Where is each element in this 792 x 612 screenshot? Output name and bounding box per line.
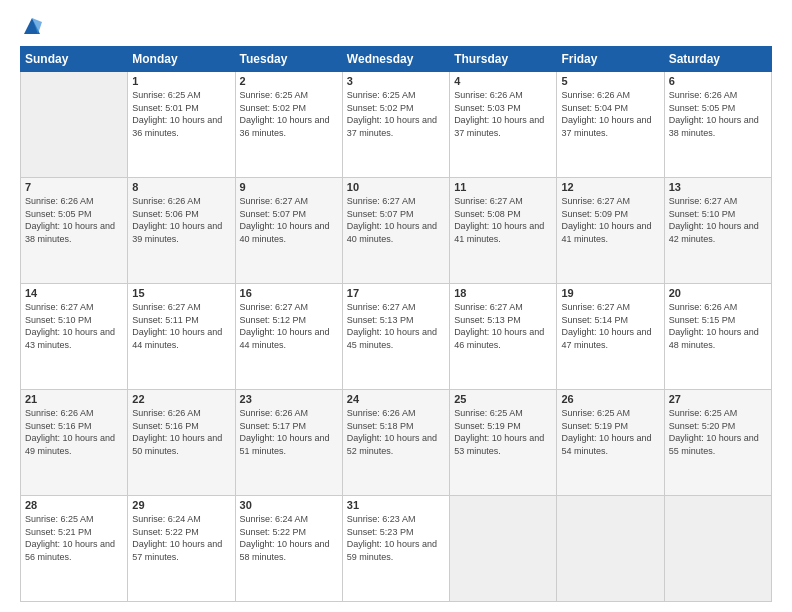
- sunset-text: Sunset: 5:05 PM: [25, 209, 92, 219]
- day-info: Sunrise: 6:27 AM Sunset: 5:14 PM Dayligh…: [561, 301, 659, 351]
- day-number: 3: [347, 75, 445, 87]
- calendar-cell: 2 Sunrise: 6:25 AM Sunset: 5:02 PM Dayli…: [235, 72, 342, 178]
- sunset-text: Sunset: 5:07 PM: [347, 209, 414, 219]
- daylight-text: Daylight: 10 hours and 50 minutes.: [132, 433, 222, 456]
- sunset-text: Sunset: 5:16 PM: [132, 421, 199, 431]
- daylight-text: Daylight: 10 hours and 56 minutes.: [25, 539, 115, 562]
- day-number: 28: [25, 499, 123, 511]
- sunset-text: Sunset: 5:21 PM: [25, 527, 92, 537]
- calendar-cell: 1 Sunrise: 6:25 AM Sunset: 5:01 PM Dayli…: [128, 72, 235, 178]
- day-number: 29: [132, 499, 230, 511]
- calendar-cell: 19 Sunrise: 6:27 AM Sunset: 5:14 PM Dayl…: [557, 284, 664, 390]
- calendar-week-5: 28 Sunrise: 6:25 AM Sunset: 5:21 PM Dayl…: [21, 496, 772, 602]
- daylight-text: Daylight: 10 hours and 37 minutes.: [454, 115, 544, 138]
- calendar-cell: 27 Sunrise: 6:25 AM Sunset: 5:20 PM Dayl…: [664, 390, 771, 496]
- sunset-text: Sunset: 5:02 PM: [240, 103, 307, 113]
- sunrise-text: Sunrise: 6:27 AM: [132, 302, 201, 312]
- day-info: Sunrise: 6:27 AM Sunset: 5:09 PM Dayligh…: [561, 195, 659, 245]
- day-number: 17: [347, 287, 445, 299]
- day-info: Sunrise: 6:27 AM Sunset: 5:12 PM Dayligh…: [240, 301, 338, 351]
- day-info: Sunrise: 6:26 AM Sunset: 5:05 PM Dayligh…: [669, 89, 767, 139]
- day-info: Sunrise: 6:27 AM Sunset: 5:07 PM Dayligh…: [347, 195, 445, 245]
- day-number: 1: [132, 75, 230, 87]
- daylight-text: Daylight: 10 hours and 36 minutes.: [240, 115, 330, 138]
- sunset-text: Sunset: 5:08 PM: [454, 209, 521, 219]
- sunset-text: Sunset: 5:05 PM: [669, 103, 736, 113]
- sunset-text: Sunset: 5:06 PM: [132, 209, 199, 219]
- day-info: Sunrise: 6:26 AM Sunset: 5:17 PM Dayligh…: [240, 407, 338, 457]
- sunset-text: Sunset: 5:10 PM: [669, 209, 736, 219]
- sunrise-text: Sunrise: 6:24 AM: [240, 514, 309, 524]
- sunset-text: Sunset: 5:10 PM: [25, 315, 92, 325]
- daylight-text: Daylight: 10 hours and 46 minutes.: [454, 327, 544, 350]
- sunset-text: Sunset: 5:17 PM: [240, 421, 307, 431]
- calendar-cell: 22 Sunrise: 6:26 AM Sunset: 5:16 PM Dayl…: [128, 390, 235, 496]
- sunset-text: Sunset: 5:02 PM: [347, 103, 414, 113]
- sunrise-text: Sunrise: 6:27 AM: [669, 196, 738, 206]
- daylight-text: Daylight: 10 hours and 41 minutes.: [561, 221, 651, 244]
- sunrise-text: Sunrise: 6:25 AM: [132, 90, 201, 100]
- calendar-week-2: 7 Sunrise: 6:26 AM Sunset: 5:05 PM Dayli…: [21, 178, 772, 284]
- header-row: Sunday Monday Tuesday Wednesday Thursday…: [21, 47, 772, 72]
- sunrise-text: Sunrise: 6:27 AM: [347, 196, 416, 206]
- daylight-text: Daylight: 10 hours and 37 minutes.: [347, 115, 437, 138]
- sunrise-text: Sunrise: 6:27 AM: [240, 302, 309, 312]
- daylight-text: Daylight: 10 hours and 39 minutes.: [132, 221, 222, 244]
- sunrise-text: Sunrise: 6:25 AM: [454, 408, 523, 418]
- day-info: Sunrise: 6:25 AM Sunset: 5:19 PM Dayligh…: [454, 407, 552, 457]
- day-number: 23: [240, 393, 338, 405]
- sunrise-text: Sunrise: 6:27 AM: [347, 302, 416, 312]
- calendar-cell: 9 Sunrise: 6:27 AM Sunset: 5:07 PM Dayli…: [235, 178, 342, 284]
- calendar-cell: 14 Sunrise: 6:27 AM Sunset: 5:10 PM Dayl…: [21, 284, 128, 390]
- daylight-text: Daylight: 10 hours and 44 minutes.: [132, 327, 222, 350]
- sunrise-text: Sunrise: 6:25 AM: [25, 514, 94, 524]
- header-thursday: Thursday: [450, 47, 557, 72]
- calendar-cell: 28 Sunrise: 6:25 AM Sunset: 5:21 PM Dayl…: [21, 496, 128, 602]
- daylight-text: Daylight: 10 hours and 38 minutes.: [669, 115, 759, 138]
- day-info: Sunrise: 6:26 AM Sunset: 5:18 PM Dayligh…: [347, 407, 445, 457]
- sunset-text: Sunset: 5:09 PM: [561, 209, 628, 219]
- sunrise-text: Sunrise: 6:25 AM: [561, 408, 630, 418]
- calendar-cell: 30 Sunrise: 6:24 AM Sunset: 5:22 PM Dayl…: [235, 496, 342, 602]
- day-info: Sunrise: 6:27 AM Sunset: 5:07 PM Dayligh…: [240, 195, 338, 245]
- calendar-page: Sunday Monday Tuesday Wednesday Thursday…: [0, 0, 792, 612]
- calendar-table: Sunday Monday Tuesday Wednesday Thursday…: [20, 46, 772, 602]
- calendar-week-3: 14 Sunrise: 6:27 AM Sunset: 5:10 PM Dayl…: [21, 284, 772, 390]
- sunrise-text: Sunrise: 6:27 AM: [561, 196, 630, 206]
- calendar-cell: 20 Sunrise: 6:26 AM Sunset: 5:15 PM Dayl…: [664, 284, 771, 390]
- daylight-text: Daylight: 10 hours and 40 minutes.: [240, 221, 330, 244]
- daylight-text: Daylight: 10 hours and 41 minutes.: [454, 221, 544, 244]
- day-info: Sunrise: 6:25 AM Sunset: 5:21 PM Dayligh…: [25, 513, 123, 563]
- day-number: 21: [25, 393, 123, 405]
- sunset-text: Sunset: 5:16 PM: [25, 421, 92, 431]
- day-info: Sunrise: 6:26 AM Sunset: 5:06 PM Dayligh…: [132, 195, 230, 245]
- sunset-text: Sunset: 5:19 PM: [561, 421, 628, 431]
- daylight-text: Daylight: 10 hours and 43 minutes.: [25, 327, 115, 350]
- calendar-cell: 25 Sunrise: 6:25 AM Sunset: 5:19 PM Dayl…: [450, 390, 557, 496]
- day-info: Sunrise: 6:27 AM Sunset: 5:13 PM Dayligh…: [347, 301, 445, 351]
- header-tuesday: Tuesday: [235, 47, 342, 72]
- calendar-cell: [450, 496, 557, 602]
- day-info: Sunrise: 6:27 AM Sunset: 5:08 PM Dayligh…: [454, 195, 552, 245]
- day-number: 24: [347, 393, 445, 405]
- day-number: 20: [669, 287, 767, 299]
- sunrise-text: Sunrise: 6:27 AM: [454, 196, 523, 206]
- day-number: 11: [454, 181, 552, 193]
- calendar-cell: 5 Sunrise: 6:26 AM Sunset: 5:04 PM Dayli…: [557, 72, 664, 178]
- sunrise-text: Sunrise: 6:26 AM: [669, 302, 738, 312]
- day-info: Sunrise: 6:26 AM Sunset: 5:15 PM Dayligh…: [669, 301, 767, 351]
- day-number: 8: [132, 181, 230, 193]
- sunset-text: Sunset: 5:14 PM: [561, 315, 628, 325]
- sunset-text: Sunset: 5:12 PM: [240, 315, 307, 325]
- calendar-cell: 31 Sunrise: 6:23 AM Sunset: 5:23 PM Dayl…: [342, 496, 449, 602]
- calendar-cell: 26 Sunrise: 6:25 AM Sunset: 5:19 PM Dayl…: [557, 390, 664, 496]
- calendar-cell: 16 Sunrise: 6:27 AM Sunset: 5:12 PM Dayl…: [235, 284, 342, 390]
- day-number: 12: [561, 181, 659, 193]
- calendar-cell: [21, 72, 128, 178]
- day-number: 15: [132, 287, 230, 299]
- day-number: 18: [454, 287, 552, 299]
- day-number: 6: [669, 75, 767, 87]
- calendar-cell: 23 Sunrise: 6:26 AM Sunset: 5:17 PM Dayl…: [235, 390, 342, 496]
- day-number: 2: [240, 75, 338, 87]
- day-info: Sunrise: 6:26 AM Sunset: 5:16 PM Dayligh…: [25, 407, 123, 457]
